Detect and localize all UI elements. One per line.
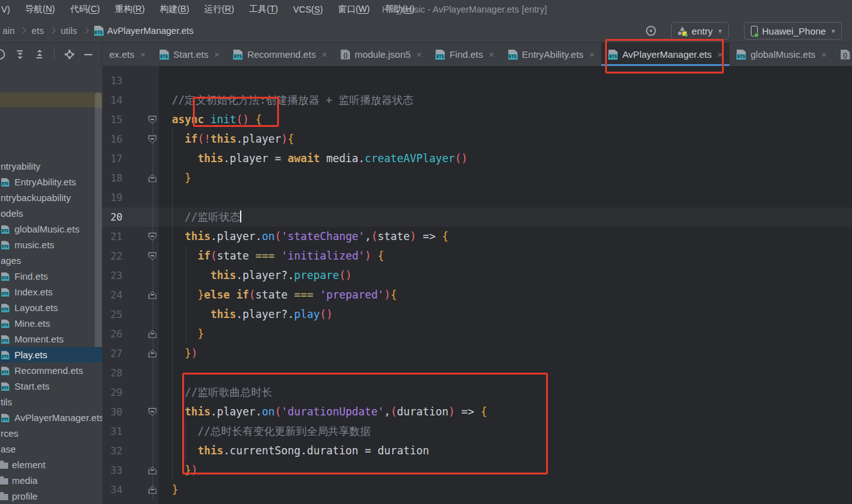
breadcrumb-item[interactable]: ETSAvPlayerManager.ets [94,26,194,36]
close-icon[interactable]: × [821,49,827,60]
menu-item-1[interactable]: 导航(N) [25,4,55,15]
close-icon[interactable]: × [489,49,494,60]
code-line-23[interactable]: 23 this.player?.prepare() [102,266,852,285]
code-line-26[interactable]: 26 } [102,324,852,344]
close-icon[interactable]: × [417,49,422,60]
sidebar-item-ntryability[interactable]: ntryability [0,158,102,174]
line-number: 13 [102,71,123,90]
project-panel-toolbar [0,43,102,66]
device-select[interactable]: Huawei_Phone ▾ [744,22,842,40]
code-line-24[interactable]: 24 }else if(state === 'prepared'){ [102,285,852,305]
menu-item-2[interactable]: 代码(C) [70,4,99,15]
sidebar-item-EntryAbility.ets[interactable]: ETSEntryAbility.ets [0,174,102,190]
sidebar-item-globalMusic.ets[interactable]: ETSglobalMusic.ets [0,221,102,237]
tab-Recommend.ets[interactable]: ETSRecommend.ets× [226,43,334,66]
code-line-25[interactable]: 25 this.player?.play() [102,305,852,324]
menu-item-5[interactable]: 运行(R) [204,4,234,15]
sidebar-item-rces[interactable]: rces [0,425,102,441]
tree-item-label: rces [1,428,18,439]
code-line-20[interactable]: 20 //监听状态 [102,207,852,227]
close-icon[interactable]: × [140,49,146,60]
fold-end-icon[interactable] [148,291,156,299]
tab-EntryAbility.ets[interactable]: ETSEntryAbility.ets× [501,43,602,66]
menu-item-6[interactable]: 工具(T) [249,4,278,15]
tab-globalMusic.ets[interactable]: ETSglobalMusic.ets× [729,43,833,66]
menu-item-3[interactable]: 重构(R) [115,4,145,15]
fold-end-icon[interactable] [148,330,156,338]
code-line-21[interactable]: 21 this.player.on('stateChange',(state) … [102,227,852,246]
main-menu: V)导航(N)代码(C)重构(R)构建(B)运行(R)工具(T)VCS(S)窗口… [0,4,415,15]
code-line-17[interactable]: 17 this.player = await media.createAVPla… [102,149,852,168]
sidebar-item-Recommend.ets[interactable]: ETSRecommend.ets [0,363,102,378]
menu-item-7[interactable]: VCS(S) [293,4,322,14]
tab-Start.ets[interactable]: ETSStart.ets× [153,43,227,66]
code-line-35[interactable]: 35 [102,500,852,504]
hide-panel-icon[interactable] [84,54,92,55]
menu-item-0[interactable]: V) [1,4,10,14]
tab-clipped[interactable]: {} [834,43,852,66]
ets-file-icon: ETS [736,50,746,60]
tab-ex.ets[interactable]: ex.ets× [102,43,153,66]
line-number: 15 [102,110,123,129]
collapse-all-icon[interactable] [35,50,44,59]
close-icon[interactable]: × [589,49,595,60]
sidebar-item-Mine.ets[interactable]: ETSMine.ets [0,315,102,331]
sidebar-item-Find.ets[interactable]: ETSFind.ets [0,268,102,284]
breadcrumb-item[interactable]: ain [3,26,14,36]
code-line-34[interactable]: 34 } [102,480,852,500]
close-icon[interactable]: × [322,49,327,60]
scroll-from-source-icon[interactable] [0,49,5,60]
sidebar-item-Moment.ets[interactable]: ETSMoment.ets [0,331,102,347]
fold-start-icon[interactable] [148,408,156,416]
breadcrumb-item[interactable]: ets [31,26,43,36]
sidebar-item-media[interactable]: media [0,473,102,488]
fold-start-icon[interactable] [148,135,156,143]
fold-end-icon[interactable] [148,349,156,358]
tab-Find.ets[interactable]: ETSFind.ets× [429,43,501,66]
fold-end-icon[interactable] [148,486,156,494]
fold-start-icon[interactable] [148,252,156,260]
menu-item-4[interactable]: 构建(B) [160,4,189,15]
gear-icon[interactable] [65,50,74,59]
ets-file-icon: ETS [160,50,169,60]
sidebar-item-profile[interactable]: profile [0,488,102,504]
tree-item-label: ase [1,444,16,454]
ets-file-icon: ETS [1,241,9,249]
sidebar-item-element[interactable]: element [0,457,102,473]
sidebar-item-music.ets[interactable]: ETSmusic.ets [0,237,102,253]
code-line-13[interactable]: 13 [102,71,852,90]
fold-start-icon[interactable] [148,233,156,241]
close-icon[interactable]: × [214,49,220,60]
tab-module.json5[interactable]: {}module.json5× [334,43,429,66]
fold-column [123,363,159,383]
sidebar-item-Play.ets[interactable]: ETSPlay.ets [0,347,102,363]
sidebar-item-tils[interactable]: tils [0,394,102,410]
menu-item-8[interactable]: 窗口(W) [338,4,370,15]
line-number: 32 [102,441,123,461]
sidebar-item-ages[interactable]: ages [0,253,102,268]
run-config-select[interactable]: entry ▾ [671,22,729,40]
sidebar-item-Index.ets[interactable]: ETSIndex.ets [0,284,102,300]
line-number: 18 [102,168,123,188]
code-line-27[interactable]: 27 }) [102,344,852,363]
code-line-22[interactable]: 22 if(state === 'initialized') { [102,246,852,266]
device-value: Huawei_Phone [762,26,826,36]
code-line-16[interactable]: 16 if(!this.player){ [102,129,852,149]
sidebar-item-odels[interactable]: odels [0,205,102,221]
sidebar-item-AvPlayerManager.ets[interactable]: ETSAvPlayerManager.ets [0,410,102,425]
sidebar-item-ntrybackupability[interactable]: ntrybackupability [0,190,102,205]
sidebar-item-Layout.ets[interactable]: ETSLayout.ets [0,300,102,315]
sidebar-item-ase[interactable]: ase [0,441,102,457]
sidebar-item-Start.ets[interactable]: ETSStart.ets [0,378,102,394]
locate-icon[interactable] [646,26,656,36]
fold-end-icon[interactable] [148,466,156,474]
fold-start-icon[interactable] [148,116,156,124]
code-line-19[interactable]: 19 [102,188,852,207]
highlight-init-method [193,97,279,127]
tree-item-label: profile [12,491,38,501]
code-line-18[interactable]: 18 } [102,168,852,188]
breadcrumb-item[interactable]: utils [61,26,77,36]
fold-end-icon[interactable] [148,174,156,182]
expand-all-icon[interactable] [15,50,25,59]
tree-item-label: ages [1,255,21,266]
